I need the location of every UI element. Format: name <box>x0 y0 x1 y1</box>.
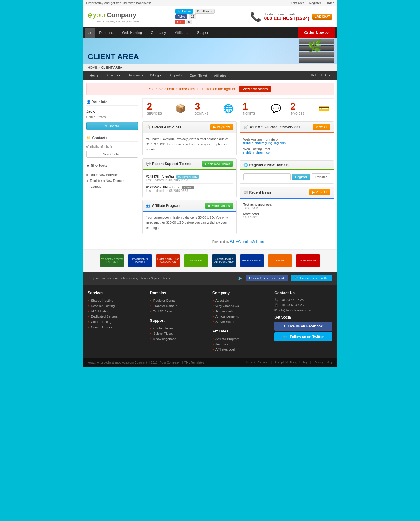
shortcut-logout[interactable]: → Logout <box>86 184 138 189</box>
update-btn[interactable]: ✎ Update <box>86 122 138 130</box>
footer-knowledgebase[interactable]: ●Knowledgebase <box>150 336 208 342</box>
footer-top-text: Keep in touch with our latest news, tuto… <box>88 276 235 280</box>
sec-nav-billing[interactable]: Billing ▾ <box>147 71 165 80</box>
contacts-section: 📁 Contacts ufhrfhufhu ufhrfhufh + New Co… <box>86 134 138 158</box>
news-date-1: 10/07/2015 <box>243 206 330 210</box>
footer-vps-hosting[interactable]: ●VPS Hosting <box>88 309 146 314</box>
footer-game-servers[interactable]: ●Game Servers <box>88 324 146 330</box>
order-now-btn[interactable]: Order Now >> <box>298 27 335 38</box>
whm-link[interactable]: WHMCompleteSolution <box>230 240 264 243</box>
footer-transfer-domain[interactable]: ●Transfer Domain <box>150 303 208 309</box>
dot-icon: ● <box>212 299 214 302</box>
more-details-btn[interactable]: ▶ More Details <box>205 203 233 209</box>
product-link-2[interactable]: rfuhfthfrfuhruihf.com <box>243 151 330 154</box>
open-ticket-btn[interactable]: Open New Ticket <box>202 161 233 167</box>
register-link[interactable]: Register <box>309 1 321 5</box>
footer-affiliates-login[interactable]: ●Affiliates Login <box>212 347 270 352</box>
dot-icon: ● <box>88 304 90 307</box>
home-nav-btn[interactable]: ⌂ <box>85 28 95 38</box>
your-info-section: 👤 Your Info Jack United States ✎ Update <box>86 98 138 130</box>
news-view-all-btn[interactable]: ▶ View All <box>309 189 330 195</box>
footer-about[interactable]: ●About Us <box>212 298 270 303</box>
person-icon: 👤 <box>86 100 91 104</box>
shortcut-register-domain[interactable]: ◆ Register a New Domain <box>86 178 138 184</box>
dot-icon: ● <box>212 342 214 346</box>
footer-arrow-icon: ➤ <box>238 275 243 282</box>
product-link-1[interactable]: furhfuruhmfurhguihguihg.com <box>243 141 330 145</box>
ticket-item-2: #177557 - rfffrfhufurnf Closed Last Upda… <box>146 184 233 194</box>
nav-webhosting[interactable]: Web Hosting <box>118 28 146 38</box>
phone-area: 📞 Toll-free phone number: 000 111 HOST(1… <box>250 11 332 22</box>
footer-whois[interactable]: ●WHOIS Search <box>150 309 208 314</box>
footer-follow-twitter-btn[interactable]: 🐦 Follow us on Twitter <box>274 332 332 341</box>
dot-icon: ● <box>212 348 214 351</box>
sec-nav-affiliates[interactable]: Affiliates <box>210 71 230 80</box>
powered-by: Powered by WHMCompleteSolution <box>142 237 334 246</box>
dot-icon: ● <box>88 299 90 302</box>
new-contact-btn[interactable]: + New Contact... <box>86 151 138 158</box>
sec-nav-services[interactable]: Services ▾ <box>102 71 124 80</box>
twitter-follow-btn[interactable]: 🐦 Follow <box>175 9 193 14</box>
ticket-date-2: Last Updated: 14/05/2015 06:56 <box>146 189 233 192</box>
dot-icon: ● <box>212 309 214 313</box>
tickets-panel-title: 💬 Recent Support Tickets <box>146 162 192 166</box>
sec-nav-domains[interactable]: Domains ▾ <box>124 71 146 80</box>
footer-bottom-links: Terms Of Service | Acceptable Usage Poli… <box>246 361 332 364</box>
dot-icon: ● <box>212 304 214 307</box>
footer-join-free[interactable]: ●Join Free <box>212 342 270 347</box>
twitter-count: 15 followers <box>195 9 214 14</box>
terms-link[interactable]: Terms Of Service <box>246 361 268 364</box>
footer-why-choose[interactable]: ●Why Choose Us <box>212 303 270 309</box>
main-nav: ⌂ Domains Web Hosting Company Affiliates… <box>83 27 337 38</box>
facebook-like-btn[interactable]: f Like <box>175 14 187 19</box>
footer-cloud-hosting[interactable]: ●Cloud Hosting <box>88 319 146 324</box>
nav-affiliates[interactable]: Affiliates <box>170 28 192 38</box>
sec-nav-user[interactable]: Hello, Jack! ▾ <box>307 71 334 80</box>
domain-search-input[interactable] <box>243 173 291 180</box>
footer-twitter-btn[interactable]: 🐦 Follow us on Twitter <box>291 275 332 281</box>
promo-text: Order today and get free unlimited bandw… <box>86 1 151 5</box>
site-url: www.thericegechristiancollege.com <box>88 361 134 364</box>
gplus-btn[interactable]: G+1 <box>175 20 185 24</box>
footer-shared-hosting[interactable]: ●Shared Hosting <box>88 298 146 303</box>
nav-support[interactable]: Support <box>193 28 214 38</box>
footer-contact-form[interactable]: ●Contact Form <box>150 326 208 331</box>
live-chat-btn[interactable]: LIVE CHAT <box>312 14 332 20</box>
register-domain-btn[interactable]: Register <box>292 174 310 180</box>
footer-testimonials[interactable]: ●Testimonials <box>212 309 270 314</box>
nav-domains[interactable]: Domains <box>95 28 117 38</box>
notification-text: You have 2 notifications! Click the butt… <box>149 87 235 91</box>
sec-nav-open-ticket[interactable]: Open Ticket <box>186 71 211 80</box>
order-link[interactable]: Order <box>325 1 334 5</box>
footer-like-facebook-btn[interactable]: f Like us on Facebook <box>274 322 332 331</box>
pay-now-btn[interactable]: ▶ Pay Now <box>210 124 233 130</box>
stat-invoices: 2 INVOICES 💳 <box>286 99 333 118</box>
breadcrumb-home[interactable]: HOME <box>88 66 98 69</box>
footer-submit-ticket[interactable]: ●Submit Ticket <box>150 331 208 336</box>
transfer-domain-btn[interactable]: Transfer <box>312 173 330 180</box>
client-area-link[interactable]: Client Area <box>289 1 305 5</box>
footer-announcements[interactable]: ●Announcements <box>212 314 270 319</box>
sec-nav-support[interactable]: Support ▾ <box>165 71 186 80</box>
view-notifications-btn[interactable]: View notifications <box>239 86 271 92</box>
news-item-2: More news 10/07/2015 <box>243 211 330 220</box>
nav-company[interactable]: Company <box>146 28 170 38</box>
dot-icon: ● <box>88 309 90 313</box>
stat-services: 2 SERVICES 📦 <box>143 99 190 118</box>
view-all-btn[interactable]: View All <box>313 124 330 130</box>
badge-co-neutral: co. neutral <box>184 254 208 267</box>
sec-nav-home[interactable]: Home <box>86 71 102 80</box>
news-date-2: 10/07/2015 <box>243 216 330 219</box>
footer-affiliate-program[interactable]: ●Affiliate Program <box>212 336 270 342</box>
shortcuts-section: ★ Shortcuts ■ Order New Services ◆ Regis… <box>86 162 138 189</box>
footer-reseller-hosting[interactable]: ●Reseller Hosting <box>88 303 146 309</box>
footer-facebook-btn[interactable]: f Friend us on Facebook <box>246 275 288 281</box>
dot-icon: ● <box>150 337 152 340</box>
shortcut-order-services[interactable]: ■ Order New Services <box>86 172 138 178</box>
footer-server-status[interactable]: ●Server Status <box>212 319 270 324</box>
usage-policy-link[interactable]: Acceptable Usage Policy <box>275 361 307 364</box>
privacy-policy-link[interactable]: Privacy Policy <box>314 361 332 364</box>
server-box <box>299 58 334 63</box>
footer-register-domain[interactable]: ●Register Domain <box>150 298 208 303</box>
footer-dedicated-servers[interactable]: ●Dedicated Servers <box>88 314 146 319</box>
